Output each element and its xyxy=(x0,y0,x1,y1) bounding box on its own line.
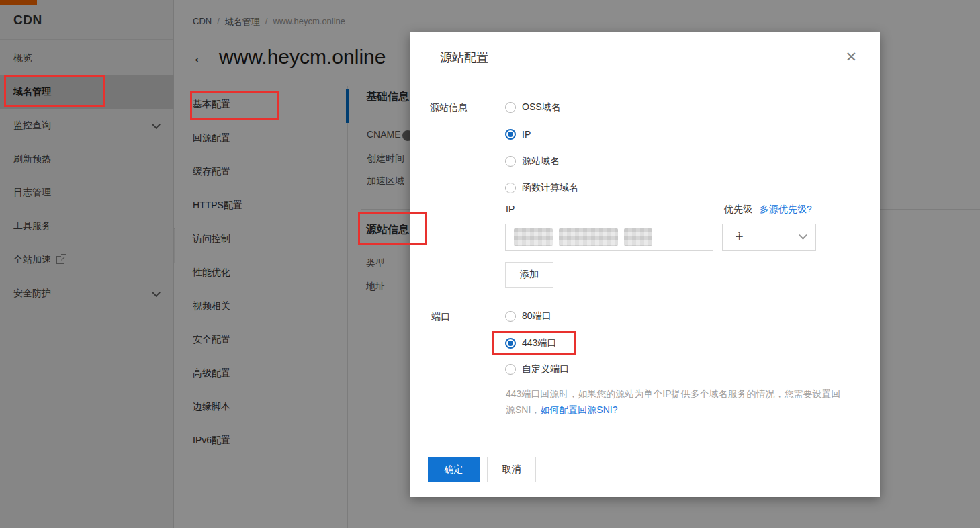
radio-icon xyxy=(505,102,516,113)
radio-checked-icon xyxy=(505,129,516,140)
priority-select[interactable]: 主 xyxy=(722,224,816,251)
radio-label: 函数计算域名 xyxy=(522,182,578,194)
radio-label: 自定义端口 xyxy=(522,363,569,376)
chevron-down-icon xyxy=(799,231,807,240)
radio-label: IP xyxy=(522,129,531,140)
radio-port-443[interactable]: 443端口 xyxy=(505,335,556,351)
radio-port-80[interactable]: 80端口 xyxy=(505,308,551,324)
close-icon[interactable]: ✕ xyxy=(845,50,857,64)
cancel-button[interactable]: 取消 xyxy=(487,457,536,482)
radio-icon xyxy=(505,364,516,375)
sni-note: 443端口回源时，如果您的源站为单个IP提供多个域名服务的情况，您需要设置回源S… xyxy=(506,386,844,418)
radio-oss-domain[interactable]: OSS域名 xyxy=(505,99,561,116)
port-label: 端口 xyxy=(431,311,450,323)
radio-checked-icon xyxy=(505,338,516,349)
sni-help-link[interactable]: 如何配置回源SNI? xyxy=(540,404,617,415)
radio-ip[interactable]: IP xyxy=(505,126,531,142)
ip-input[interactable] xyxy=(505,224,713,251)
confirm-button[interactable]: 确定 xyxy=(428,457,480,482)
radio-function-compute-domain[interactable]: 函数计算域名 xyxy=(505,180,578,196)
radio-label: 80端口 xyxy=(522,310,551,322)
radio-label: 443端口 xyxy=(522,337,556,349)
radio-label: OSS域名 xyxy=(522,101,561,114)
radio-port-custom[interactable]: 自定义端口 xyxy=(505,361,569,378)
modal-title: 源站配置 xyxy=(440,50,488,66)
radio-icon xyxy=(505,156,516,167)
priority-selected-value: 主 xyxy=(735,231,744,243)
radio-label: 源站域名 xyxy=(522,155,560,167)
priority-label: 优先级 xyxy=(724,204,752,216)
origin-config-modal: 源站配置 ✕ 源站信息 OSS域名 IP 源站域名 函数计算域名 IP 优先级 … xyxy=(410,32,880,497)
origin-info-label: 源站信息 xyxy=(430,102,467,114)
multi-origin-priority-link[interactable]: 多源优先级? xyxy=(760,204,812,216)
radio-icon xyxy=(505,311,516,322)
screen: CDN 概览 域名管理 监控查询 刷新预热 日志管理 工具服务 全站加速 安全防… xyxy=(0,0,980,528)
radio-origin-domain[interactable]: 源站域名 xyxy=(505,153,560,169)
add-button[interactable]: 添加 xyxy=(505,262,553,288)
ip-field-label: IP xyxy=(506,204,515,214)
redacted-mosaic xyxy=(559,228,618,246)
redacted-mosaic xyxy=(514,228,553,246)
redacted-mosaic xyxy=(624,228,652,246)
radio-icon xyxy=(505,183,516,193)
